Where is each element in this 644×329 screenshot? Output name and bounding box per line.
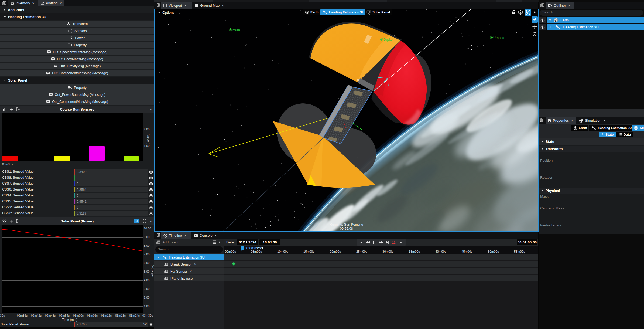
svg-text:Mars: Mars <box>232 28 240 32</box>
svg-text:Jupiter: Jupiter <box>383 38 394 42</box>
svg-text:Uranus: Uranus <box>493 36 504 40</box>
